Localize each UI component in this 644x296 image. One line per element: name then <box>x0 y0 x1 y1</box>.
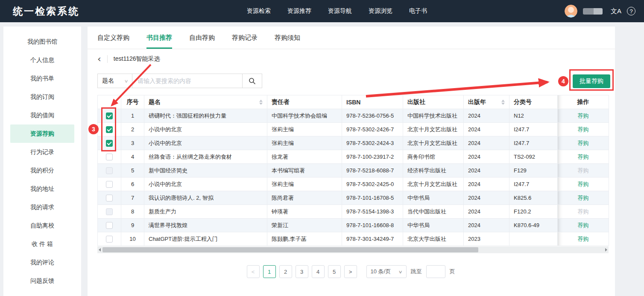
cell-publisher: 当代中国出版社 <box>403 205 464 219</box>
cell-seq: 3 <box>121 136 144 150</box>
avatar-illustration <box>565 5 577 18</box>
sidebar-item[interactable]: 我的请求 <box>10 198 74 216</box>
page-button-3[interactable]: 3 <box>296 265 308 278</box>
header-action: 操作 <box>558 95 609 109</box>
search-field-select[interactable]: 题名 ∨ <box>97 74 132 88</box>
tab-item[interactable]: 书目推荐 <box>146 27 172 49</box>
sidebar-item[interactable]: 收 件 箱 <box>10 235 74 253</box>
recommend-link: 荐购 <box>578 208 589 215</box>
scroll-left-icon[interactable] <box>99 248 101 252</box>
page-button-4[interactable]: 4 <box>312 265 325 278</box>
cell-class-no: TS2-092 <box>509 150 558 164</box>
row-checkbox[interactable] <box>106 112 113 119</box>
back-icon[interactable]: ‹ <box>97 55 101 63</box>
topnav-item[interactable]: 电子书 <box>409 7 427 15</box>
recommend-link[interactable]: 荐购 <box>578 222 589 228</box>
sort-year-icon[interactable] <box>501 100 505 105</box>
row-checkbox[interactable] <box>106 181 113 188</box>
recommend-link[interactable]: 荐购 <box>578 140 589 146</box>
recommend-link[interactable]: 荐购 <box>578 126 589 133</box>
tab-item[interactable]: 荐购须知 <box>275 27 300 49</box>
list-title: test1126智能采选 <box>114 55 160 63</box>
row-checkbox[interactable] <box>106 140 113 147</box>
sidebar-item[interactable]: 我的借阅 <box>10 106 74 124</box>
sidebar-item[interactable]: 自助离校 <box>10 216 74 235</box>
select-all-header <box>98 95 121 109</box>
chevron-down-icon: ∨ <box>124 79 128 83</box>
batch-recommend-button[interactable]: 批量荐购 <box>573 74 610 88</box>
page-unit-label: 页 <box>450 268 455 275</box>
row-checkbox[interactable] <box>106 195 113 201</box>
username-redacted[interactable] <box>583 8 603 15</box>
search-input[interactable] <box>132 74 243 88</box>
row-checkbox[interactable] <box>106 126 113 133</box>
sidebar-item[interactable]: 我的图书馆 <box>10 33 74 51</box>
tab-item[interactable]: 荐购记录 <box>232 27 258 49</box>
cell-isbn: 978-7-301-34249-7 <box>342 232 403 246</box>
scrollbar-thumb[interactable] <box>102 247 478 252</box>
cell-seq: 7 <box>121 191 144 205</box>
sidebar-item[interactable]: 我的积分 <box>10 161 74 180</box>
sidebar-item[interactable]: 我的地址 <box>10 180 74 198</box>
recommend-link[interactable]: 荐购 <box>578 112 589 119</box>
prev-page-button[interactable]: < <box>247 265 260 278</box>
user-avatar[interactable] <box>565 5 577 18</box>
sidebar-item[interactable]: 资源荐购 <box>10 124 74 143</box>
page-button-1[interactable]: 1 <box>263 265 276 278</box>
sidebar-item[interactable]: 行为记录 <box>10 143 74 161</box>
cell-publisher: 中国科学技术出版社 <box>403 109 464 123</box>
cell-title: 小说中的北京 <box>144 123 267 136</box>
cell-year: 2024 <box>464 178 509 191</box>
topnav-item[interactable]: 资源推荐 <box>287 7 311 15</box>
cell-class-no: I247.7 <box>509 136 558 150</box>
cell-title: 小说中的北京 <box>144 178 267 191</box>
page-button-2[interactable]: 2 <box>279 265 292 278</box>
help-icon[interactable]: ? <box>627 7 635 15</box>
cell-isbn: 978-7-5302-2426-7 <box>342 123 403 136</box>
sidebar-item[interactable]: 问题反馈 <box>10 272 74 290</box>
header-publisher: 出版社 <box>403 95 464 109</box>
row-checkbox[interactable] <box>106 154 113 160</box>
cell-class-no: I247.7 <box>509 178 558 191</box>
horizontal-scrollbar[interactable] <box>97 246 609 253</box>
table-header-row: 序号 题名 责任者 ISBN 出版社 出版年 <box>98 95 609 109</box>
cell-publisher: 中华书局 <box>403 219 464 232</box>
search-button[interactable] <box>243 74 262 88</box>
tab-item[interactable]: 自由荐购 <box>189 27 215 49</box>
sidebar-item[interactable]: 我的书单 <box>10 69 74 88</box>
row-checkbox[interactable] <box>106 222 113 229</box>
recommend-link[interactable]: 荐购 <box>578 181 589 187</box>
header-title: 题名 <box>144 95 267 109</box>
scroll-right-icon[interactable] <box>605 248 607 252</box>
cell-isbn: 978-7-5302-2425-0 <box>342 178 403 191</box>
recommend-link[interactable]: 荐购 <box>578 236 589 242</box>
recommend-link[interactable]: 荐购 <box>578 195 589 201</box>
cell-seq: 6 <box>121 178 144 191</box>
page-size-select[interactable]: 10 条/页 ∨ <box>366 265 407 278</box>
sort-title-icon[interactable] <box>259 100 263 105</box>
cell-year: 2024 <box>464 109 509 123</box>
topnav-item[interactable]: 资源浏览 <box>369 7 392 15</box>
row-checkbox[interactable] <box>106 236 113 243</box>
translate-icon[interactable]: 文A <box>611 7 621 15</box>
topnav-item[interactable]: 资源导航 <box>328 7 352 15</box>
sidebar: 我的图书馆个人信息我的书单我的订阅我的借阅资源荐购行为记录我的积分我的地址我的请… <box>3 27 81 296</box>
sidebar-item[interactable]: 个人信息 <box>10 51 74 69</box>
breadcrumb: ‹ test1126智能采选 <box>97 55 160 63</box>
topnav-item[interactable]: 资源检索 <box>247 7 271 15</box>
content-card: 自定义荐购书目推荐自由荐购荐购记录荐购须知 ‹ test1126智能采选 题名 … <box>88 27 615 296</box>
cell-year: 2024 <box>464 164 509 178</box>
breadcrumb-divider <box>107 55 108 63</box>
sidebar-item[interactable]: 我的订阅 <box>10 88 74 106</box>
jump-page-input[interactable] <box>426 265 445 278</box>
cell-action: 荐购 <box>558 232 609 246</box>
row-checkbox-cell <box>98 219 121 232</box>
sidebar-item[interactable]: 我的评论 <box>10 253 74 272</box>
recommend-link[interactable]: 荐购 <box>578 154 589 160</box>
page-button-5[interactable]: 5 <box>328 265 341 278</box>
cell-publisher: 商务印书馆 <box>403 150 464 164</box>
next-page-button[interactable]: > <box>344 265 357 278</box>
cell-year: 2024 <box>464 136 509 150</box>
tab-item[interactable]: 自定义荐购 <box>97 27 129 49</box>
cell-year: 2024 <box>464 219 509 232</box>
